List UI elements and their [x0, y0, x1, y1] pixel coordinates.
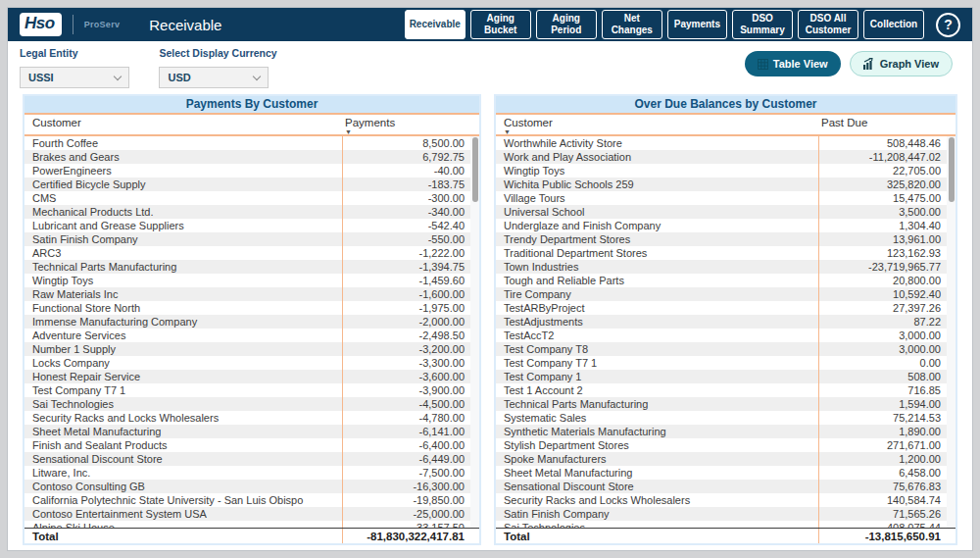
customer-cell: Wichita Public Schools 259 — [496, 178, 818, 191]
table-row[interactable]: Contoso Consulting GB-16,300.00 — [24, 480, 479, 493]
legal-entity-select[interactable]: USSI — [20, 67, 129, 88]
table-row[interactable]: California Polytechnic State University … — [24, 493, 479, 507]
table-row[interactable]: Fourth Coffee8,500.00 — [24, 136, 479, 150]
table-row[interactable]: Mechanical Products Ltd.-340.00 — [24, 205, 479, 219]
table-row[interactable]: Number 1 Supply-3,200.00 — [24, 342, 479, 356]
table-row[interactable]: Test Company T7 1-3,900.00 — [24, 383, 479, 397]
table-row[interactable]: Locks Company-3,300.00 — [24, 356, 479, 370]
total-row: Total -13,815,650.91 — [496, 528, 956, 543]
table-row[interactable]: Trendy Department Stores13,961.00 — [496, 232, 956, 246]
table-row[interactable]: Sai Technologies-4,500.00 — [24, 397, 479, 411]
table-row[interactable]: Sai Technologies408,075.44 — [496, 521, 956, 528]
table-row[interactable]: CMS-300.00 — [24, 191, 479, 205]
scrollbar-thumb[interactable] — [949, 137, 955, 202]
table-row[interactable]: Test Company 1508.00 — [496, 370, 956, 383]
table-row[interactable]: Test Company T7 10.00 — [496, 356, 956, 370]
table-row[interactable]: TestAdjustments87.22 — [496, 315, 956, 329]
table-row[interactable]: PowerEngineers-40.00 — [24, 164, 479, 178]
scrollbar-thumb[interactable] — [472, 137, 478, 202]
column-label: Customer — [504, 117, 553, 128]
table-row[interactable]: Contoso Entertainment System USA-25,000.… — [24, 507, 479, 521]
column-header-past-due[interactable]: Past Due — [818, 115, 956, 134]
amount-cell: -6,141.00 — [342, 425, 479, 438]
customer-cell: Contoso Entertainment System USA — [24, 507, 342, 521]
table-row[interactable]: TestARByProject27,397.26 — [496, 301, 956, 315]
tab-aging-period[interactable]: Aging Period — [536, 10, 597, 39]
column-header-customer[interactable]: Customer ▼ — [496, 115, 818, 134]
amount-cell: 508.00 — [818, 370, 956, 383]
table-row[interactable]: Village Tours15,475.00 — [496, 191, 956, 205]
table-row[interactable]: Immense Manufacturing Company-2,000.00 — [24, 315, 479, 329]
amount-cell: -16,300.00 — [342, 480, 479, 493]
table-row[interactable]: Sensational Discount Store75,676.83 — [496, 480, 956, 493]
table-row[interactable]: Wingtip Toys22,705.00 — [496, 164, 956, 178]
table-row[interactable]: Security Racks and Locks Wholesalers-4,7… — [24, 411, 479, 425]
table-row[interactable]: Wichita Public Schools 259325,820.00 — [496, 178, 956, 191]
table-row[interactable]: TestAccT23,000.00 — [496, 329, 956, 342]
table-row[interactable]: Tire Company10,592.40 — [496, 287, 956, 301]
table-row[interactable]: Town Industries-23,719,965.77 — [496, 260, 956, 274]
table-row[interactable]: Synthetic Materials Manufacturing1,890.0… — [496, 425, 956, 438]
table-row[interactable]: Alpine Ski House-33,157.50 — [24, 521, 479, 528]
currency-select[interactable]: USD — [159, 67, 269, 88]
table-row[interactable]: Stylish Department Stores271,671.00 — [496, 438, 956, 452]
table-row[interactable]: Underglaze and Finish Company1,304.40 — [496, 219, 956, 232]
table-row[interactable]: Satin Finish Company-550.00 — [24, 232, 479, 246]
table-row[interactable]: Lubricant and Grease Suppliers-542.40 — [24, 219, 479, 232]
scrollbar-track[interactable] — [470, 136, 479, 528]
tab-collection[interactable]: Collection — [863, 10, 924, 39]
table-row[interactable]: Sheet Metal Manufacturing6,458.00 — [496, 466, 956, 480]
content-panels: Payments By Customer Customer Payments ▼… — [8, 94, 972, 545]
table-row[interactable]: Raw Materials Inc-1,600.00 — [24, 287, 479, 301]
table-row[interactable]: Worthwhile Activity Store508,448.46 — [496, 136, 956, 150]
tab-aging-bucket[interactable]: Aging Bucket — [470, 10, 531, 39]
table-row[interactable]: Tough and Reliable Parts20,800.00 — [496, 274, 956, 287]
table-row[interactable]: Systematic Sales75,214.53 — [496, 411, 956, 425]
table-row[interactable]: Security Racks and Locks Wholesalers140,… — [496, 493, 956, 507]
tab-receivable[interactable]: Receivable — [405, 10, 466, 39]
tab-dso-summary[interactable]: DSO Summary — [732, 10, 793, 39]
table-row[interactable]: Work and Play Association-11,208,447.02 — [496, 150, 956, 164]
tab-net-changes[interactable]: Net Changes — [602, 10, 662, 39]
help-button[interactable]: ? — [936, 13, 960, 37]
table-row[interactable]: Litware, Inc.-7,500.00 — [24, 466, 479, 480]
table-row[interactable]: Technical Parts Manufacturing1,594.00 — [496, 397, 956, 411]
table-row[interactable]: Certified Bicycle Supply-183.75 — [24, 178, 479, 191]
table-row[interactable]: Functional Store North-1,975.00 — [24, 301, 479, 315]
table-row[interactable]: Adventure Services-2,498.50 — [24, 329, 479, 342]
tab-dso-all-customer[interactable]: DSO All Customer — [798, 10, 858, 39]
nav-tabs: ReceivableAging BucketAging PeriodNet Ch… — [405, 10, 924, 39]
table-row[interactable]: Traditional Department Stores123,162.93 — [496, 246, 956, 260]
amount-cell: 1,594.00 — [818, 397, 956, 411]
table-row[interactable]: Satin Finish Company71,565.26 — [496, 507, 956, 521]
customer-cell: Mechanical Products Ltd. — [24, 205, 342, 219]
total-value: -81,830,322,417.81 — [342, 529, 479, 543]
table-row[interactable]: Sensational Discount Store-6,449.00 — [24, 452, 479, 466]
table-row[interactable]: Spoke Manufacturers1,200.00 — [496, 452, 956, 466]
amount-cell: 271,671.00 — [818, 438, 956, 452]
table-row[interactable]: Test Company T83,000.00 — [496, 342, 956, 356]
logo-text: Hso — [24, 14, 55, 32]
table-row[interactable]: Finish and Sealant Products-6,400.00 — [24, 438, 479, 452]
panel-title: Payments By Customer — [24, 96, 479, 113]
column-header-customer[interactable]: Customer — [24, 115, 342, 134]
table-view-button[interactable]: Table View — [745, 51, 841, 76]
column-header-payments[interactable]: Payments ▼ — [342, 115, 479, 134]
customer-cell: Technical Parts Manufacturing — [496, 397, 818, 411]
amount-cell: 325,820.00 — [818, 178, 956, 191]
tab-payments[interactable]: Payments — [667, 10, 727, 39]
table-row[interactable]: ARC3-1,222.00 — [24, 246, 479, 260]
table-row[interactable]: Brakes and Gears6,792.75 — [24, 150, 479, 164]
table-row[interactable]: Wingtip Toys-1,459.60 — [24, 274, 479, 287]
table-row[interactable]: Sheet Metal Manufacturing-6,141.00 — [24, 425, 479, 438]
graph-view-button[interactable]: Graph View — [850, 51, 953, 76]
amount-cell: 87.22 — [818, 315, 956, 329]
customer-cell: Trendy Department Stores — [496, 232, 818, 246]
amount-cell: 20,800.00 — [818, 274, 956, 287]
table-row[interactable]: Test 1 Account 2716.85 — [496, 383, 956, 397]
table-row[interactable]: Universal School3,500.00 — [496, 205, 956, 219]
table-row[interactable]: Technical Parts Manufacturing-1,394.75 — [24, 260, 479, 274]
scrollbar-track[interactable] — [947, 136, 956, 528]
table-row[interactable]: Honest Repair Service-3,600.00 — [24, 370, 479, 383]
amount-cell: 22,705.00 — [818, 164, 956, 178]
